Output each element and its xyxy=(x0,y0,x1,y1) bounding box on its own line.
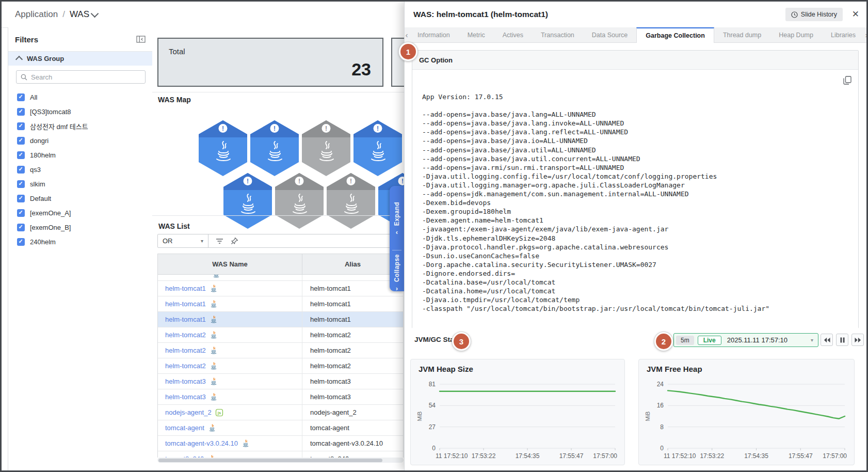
was-hexagon-blue[interactable]: ! xyxy=(199,120,247,176)
table-row[interactable]: helm-tomcat3 helm-tomcat3 xyxy=(158,389,403,405)
filter-item[interactable]: slkim xyxy=(8,177,153,191)
filter-item[interactable]: Default xyxy=(8,191,153,206)
table-row[interactable]: helm-tomcat2 helm-tomcat2 xyxy=(158,358,403,374)
was-hexagon-gray[interactable]: ! xyxy=(302,120,350,176)
column-header-alias[interactable]: Alias xyxy=(302,254,403,274)
checkbox-checked[interactable] xyxy=(17,224,25,231)
tab-metric[interactable]: Metric xyxy=(459,27,494,42)
was-hexagon-blue[interactable]: ! xyxy=(250,120,299,176)
tab-information[interactable]: Information xyxy=(409,27,459,42)
table-row[interactable]: helm-tomcat1 helm-tomcat1 xyxy=(158,312,403,327)
was-hexagon-blue[interactable]: ! xyxy=(223,173,272,229)
rewind-button[interactable] xyxy=(821,334,833,346)
pin-icon[interactable] xyxy=(231,237,238,245)
checkbox-checked[interactable] xyxy=(17,180,25,188)
table-row[interactable]: helm-tomcat2 helm-tomcat2 xyxy=(158,343,403,358)
was-name-link[interactable]: helm-tomcat2 xyxy=(165,347,206,354)
checkbox-checked[interactable] xyxy=(17,137,25,145)
filter-item[interactable]: dongri xyxy=(8,133,153,148)
horizontal-scrollbar[interactable] xyxy=(157,458,404,463)
was-name-link[interactable]: helm-tomcat3 xyxy=(165,393,206,401)
tab-actives[interactable]: Actives xyxy=(494,27,532,42)
filter-item[interactable]: [exemOne_B] xyxy=(8,220,153,234)
tabs-scroll-left-icon[interactable]: ‹ xyxy=(405,27,409,42)
filter-item[interactable]: qs3 xyxy=(8,162,153,177)
was-name-link[interactable]: helm-tomcat1 xyxy=(165,316,206,323)
interval-chip[interactable]: 5m xyxy=(676,336,694,345)
filter-item[interactable]: [QS3]tomcat8 xyxy=(8,104,153,119)
was-name-link[interactable]: helm-tomcat2 xyxy=(165,362,206,370)
tab-data-source[interactable]: Data Source xyxy=(583,27,636,42)
filter-item[interactable]: All xyxy=(8,90,153,104)
was-name-link[interactable]: tomcat-agent xyxy=(165,424,204,432)
search-input[interactable]: Search xyxy=(16,70,146,84)
column-header-was-name[interactable]: WAS Name xyxy=(158,254,302,274)
filter-item[interactable]: 180helm xyxy=(8,148,153,162)
checkbox-checked[interactable] xyxy=(17,108,25,116)
tab-thread-dump[interactable]: Thread dump xyxy=(714,27,770,42)
live-chip[interactable]: Live xyxy=(698,336,721,345)
slide-history-button[interactable]: Slide History xyxy=(785,8,843,21)
table-row[interactable]: tomcat8_240 tomcat8_240 xyxy=(158,451,403,458)
table-row[interactable]: nodejs-agent_2 js nodejs-agent_2 xyxy=(158,405,403,420)
alert-badge-icon: ! xyxy=(270,124,279,133)
checkbox-checked[interactable] xyxy=(17,238,25,246)
table-row[interactable]: tomcat-agent-v3.0.24.10 tomcat-agent-v3.… xyxy=(158,436,403,451)
search-placeholder: Search xyxy=(31,73,52,81)
fast-forward-button[interactable] xyxy=(851,334,864,346)
checkbox-checked[interactable] xyxy=(17,195,25,202)
table-row[interactable]: tomcat-agent tomcat-agent xyxy=(158,420,403,436)
time-range-picker[interactable]: 5m Live 2025.11.11 17:57:10 ▾ xyxy=(673,333,818,347)
was-name-link[interactable]: helm-tomcat1 xyxy=(165,300,206,308)
operator-select[interactable]: OR ▾ xyxy=(158,234,208,247)
copy-icon[interactable] xyxy=(843,76,851,87)
tab-libraries[interactable]: Libraries xyxy=(822,27,864,42)
collapse-sidebar-icon[interactable] xyxy=(136,36,146,43)
breadcrumb-application[interactable]: Application xyxy=(15,9,58,20)
table-row[interactable]: helm-tomcat1 helm-tomcat1 xyxy=(158,281,403,296)
panel-header: WAS: helm-tomcat1 (helm-tomcat1) Slide H… xyxy=(405,2,868,27)
scrollbar-thumb[interactable] xyxy=(158,459,382,462)
filter-icon[interactable] xyxy=(216,238,223,244)
table-row[interactable]: helm-tomcat3 helm-tomcat3 xyxy=(158,374,403,389)
was-group-header[interactable]: WAS Group xyxy=(8,52,153,66)
tab-transaction[interactable]: Transaction xyxy=(532,27,583,42)
collapse-button[interactable]: Collapse › xyxy=(393,254,400,291)
was-name-link[interactable]: helm-tomcat3 xyxy=(165,377,206,385)
checkbox-checked[interactable] xyxy=(17,122,25,130)
gc-option-text[interactable]: App Version: 17.0.15 --add-opens=java.ba… xyxy=(412,70,858,313)
checkbox-checked[interactable] xyxy=(17,166,25,174)
table-row[interactable]: helm-tomcat1 helm-tomcat1 xyxy=(158,296,403,312)
checkbox-checked[interactable] xyxy=(17,93,25,101)
filter-item[interactable]: 삼성전자 dmf 테스트 xyxy=(8,119,153,133)
chart-title: JVM Heap Size xyxy=(419,365,473,373)
filter-item[interactable]: 240helm xyxy=(8,234,153,249)
breadcrumb-was-dropdown[interactable]: WAS xyxy=(70,9,98,20)
tabs-scroll-right-icon[interactable]: › xyxy=(864,27,868,42)
was-name-link[interactable]: helm-tomcat1 xyxy=(165,285,206,292)
svg-text:17:55:47: 17:55:47 xyxy=(789,452,813,460)
svg-text:27: 27 xyxy=(429,423,436,431)
checkbox-checked[interactable] xyxy=(17,151,25,159)
was-list-toolbar: OR ▾ xyxy=(157,234,404,248)
was-hexagon-gray[interactable]: ! xyxy=(327,173,375,229)
svg-text:81: 81 xyxy=(429,381,436,388)
expand-button[interactable]: Expand ‹ xyxy=(393,186,400,247)
table-body: helm-tomcat1 helm-tomcat1helm-tomcat1 he… xyxy=(158,281,403,458)
checkbox-checked[interactable] xyxy=(17,209,25,217)
was-hexagon-gray[interactable]: ! xyxy=(275,173,324,229)
was-name-link[interactable]: tomcat-agent-v3.0.24.10 xyxy=(165,439,238,447)
svg-text:MiB: MiB xyxy=(416,412,423,421)
close-icon[interactable]: ✕ xyxy=(852,8,859,21)
tab-heap-dump[interactable]: Heap Dump xyxy=(770,27,822,42)
table-row-partial[interactable] xyxy=(158,275,403,281)
was-name-link[interactable]: nodejs-agent_2 xyxy=(165,408,212,416)
was-name-link[interactable]: helm-tomcat2 xyxy=(165,331,206,339)
fast-forward-icon xyxy=(855,337,861,343)
was-hexagon-blue[interactable]: ! xyxy=(353,120,402,176)
pause-button[interactable] xyxy=(836,334,848,346)
tab-garbage-collection[interactable]: Garbage Collection xyxy=(636,27,714,43)
table-row[interactable]: helm-tomcat2 helm-tomcat2 xyxy=(158,327,403,343)
filter-item[interactable]: [exemOne_A] xyxy=(8,206,153,220)
jvm-gc-stat-header: JVM/GC Stat 5m Live 2025.11.11 17:57:10 … xyxy=(405,332,868,349)
